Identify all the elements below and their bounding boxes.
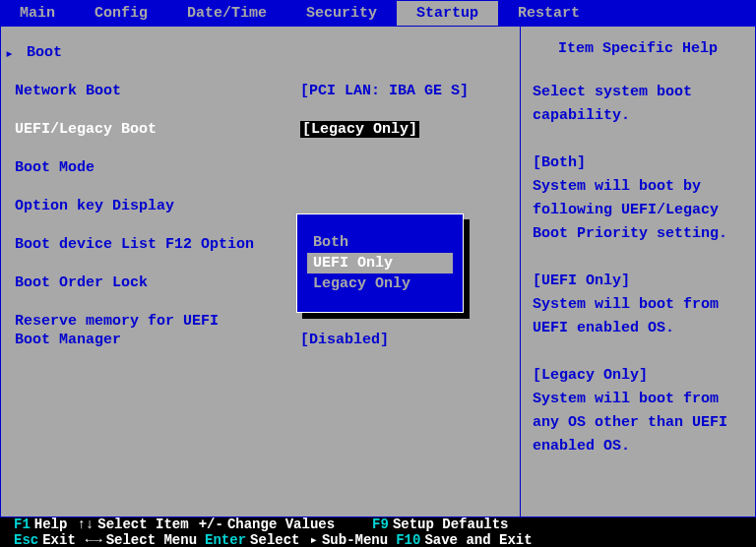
lbl-submenu: Sub-Menu	[322, 533, 388, 547]
row-reserve-line1[interactable]: Reserve memory for UEFI	[15, 313, 506, 330]
dropdown-option-uefi-only[interactable]: UEFI Only	[307, 253, 453, 274]
help-body: Select system boot capability. [Both]Sys…	[533, 81, 743, 458]
row-network-boot[interactable]: Network Boot [PCI LAN: IBA GE S]	[15, 83, 506, 99]
tab-security[interactable]: Security	[286, 1, 397, 26]
lbl-select-menu: Select Menu	[106, 533, 197, 547]
dropdown-uefi-legacy[interactable]: Both UEFI Only Legacy Only	[296, 213, 464, 313]
lbl-save-exit: Save and Exit	[424, 533, 532, 547]
label-option-key: Option key Display	[15, 198, 300, 214]
key-enter: Enter	[205, 533, 246, 547]
label-boot-mode: Boot Mode	[15, 159, 300, 176]
lbl-select: Select	[250, 533, 299, 547]
section-boot[interactable]: ▸ Boot	[15, 44, 506, 61]
help-title: Item Specific Help	[533, 40, 743, 57]
row-reserve-line2[interactable]: Boot Manager [Disabled]	[15, 332, 506, 348]
label-reserve1: Reserve memory for UEFI	[15, 313, 300, 330]
lbl-select-item: Select Item	[97, 517, 188, 531]
tab-startup[interactable]: Startup	[397, 1, 498, 26]
lbl-setup-defaults: Setup Defaults	[393, 517, 509, 531]
label-reserve2: Boot Manager	[15, 332, 300, 348]
tab-main[interactable]: Main	[0, 1, 75, 26]
arrows-updown-icon: ↑↓	[77, 517, 94, 531]
label-f12: Boot device List F12 Option	[15, 236, 300, 253]
key-esc: Esc	[14, 533, 38, 547]
main-area: ▸ Boot Network Boot [PCI LAN: IBA GE S] …	[0, 26, 756, 517]
key-f1: F1	[14, 517, 31, 531]
key-f9: F9	[372, 517, 389, 531]
menu-tabbar: Main Config Date/Time Security Startup R…	[0, 0, 756, 26]
value-network-boot: [PCI LAN: IBA GE S]	[300, 83, 506, 99]
settings-panel: ▸ Boot Network Boot [PCI LAN: IBA GE S] …	[1, 27, 521, 517]
section-label: Boot	[15, 44, 300, 61]
row-option-key[interactable]: Option key Display	[15, 198, 506, 214]
pointer-icon: ▸	[5, 44, 14, 63]
lbl-exit: Exit	[42, 533, 76, 547]
key-f10: F10	[396, 533, 420, 547]
plus-minus-icon: +/-	[199, 517, 223, 531]
value-uefi-legacy: [Legacy Only]	[300, 121, 419, 138]
footer-bar: F1 Help ↑↓ Select Item +/- Change Values…	[0, 517, 756, 547]
tab-restart[interactable]: Restart	[498, 1, 599, 26]
arrows-leftright-icon: ←→	[86, 533, 102, 547]
lbl-change-values: Change Values	[227, 517, 335, 531]
tab-datetime[interactable]: Date/Time	[167, 1, 286, 26]
help-panel: Item Specific Help Select system boot ca…	[521, 27, 755, 517]
value-reserve: [Disabled]	[300, 332, 506, 348]
lbl-help: Help	[34, 517, 68, 531]
submenu-arrow-icon: ▸	[310, 533, 318, 547]
tab-config[interactable]: Config	[75, 1, 167, 26]
dropdown-option-legacy-only[interactable]: Legacy Only	[307, 274, 453, 294]
row-boot-mode[interactable]: Boot Mode	[15, 159, 506, 176]
label-uefi-legacy: UEFI/Legacy Boot	[15, 121, 300, 138]
dropdown-option-both[interactable]: Both	[307, 232, 453, 253]
label-network-boot: Network Boot	[15, 83, 300, 99]
row-uefi-legacy[interactable]: UEFI/Legacy Boot [Legacy Only]	[15, 121, 506, 138]
label-order-lock: Boot Order Lock	[15, 274, 300, 291]
